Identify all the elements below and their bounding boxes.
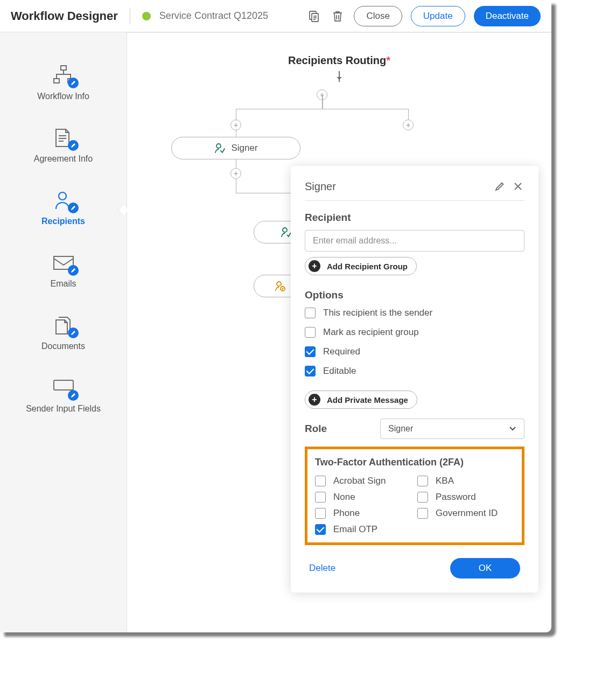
required-checkbox[interactable] <box>305 346 316 357</box>
panel-title: Signer <box>305 180 488 193</box>
sidebar-item-documents[interactable]: Documents <box>0 304 127 366</box>
sidebar-item-label: Emails <box>50 279 76 289</box>
trash-icon[interactable] <box>330 9 345 24</box>
recipient-email-input[interactable] <box>305 230 524 252</box>
add-private-message-button[interactable]: + Add Private Message <box>305 391 417 409</box>
edit-icon[interactable] <box>493 180 506 193</box>
canvas-title: Recipients Routing* <box>149 54 530 67</box>
tfa-phone-checkbox[interactable] <box>315 508 326 519</box>
role-label: Role <box>305 423 369 435</box>
checkbox-label: This recipient is the sender <box>323 308 432 318</box>
sidebar-item-label: Sender Input Fields <box>26 404 101 414</box>
checkbox-label: None <box>333 492 355 503</box>
mark-group-checkbox[interactable] <box>305 327 316 338</box>
checkbox-label: Required <box>323 346 360 357</box>
checkbox-label: Phone <box>333 508 360 519</box>
close-button[interactable]: Close <box>354 6 402 26</box>
emails-icon <box>52 252 75 274</box>
tfa-kba-checkbox[interactable] <box>417 476 428 486</box>
svg-rect-13 <box>54 380 73 390</box>
connector-line <box>236 159 236 168</box>
checkbox-label: Editable <box>323 366 356 377</box>
sidebar-item-agreement-info[interactable]: Agreement Info <box>0 116 127 179</box>
sidebar-item-label: Workflow Info <box>37 92 89 101</box>
checkbox-label: Government ID <box>436 508 498 519</box>
options-heading: Options <box>305 289 524 301</box>
update-button[interactable]: Update <box>411 6 465 26</box>
sender-input-icon <box>52 377 75 399</box>
svg-rect-6 <box>54 79 59 83</box>
role-select[interactable]: Signer <box>380 419 524 439</box>
tfa-password-checkbox[interactable] <box>417 492 428 503</box>
connector-line <box>236 130 236 137</box>
header-bar: Workflow Designer Service Contract Q1202… <box>0 0 551 32</box>
svg-point-16 <box>277 282 281 286</box>
connector-line <box>322 95 323 109</box>
connector-line <box>236 109 408 109</box>
add-node-button[interactable]: + <box>230 168 241 179</box>
status-indicator-icon <box>142 12 151 20</box>
checkbox-label: Email OTP <box>333 524 377 535</box>
plus-icon: + <box>309 394 320 406</box>
svg-point-11 <box>59 192 66 200</box>
signer-node[interactable]: Signer <box>171 137 300 159</box>
checkbox-label: KBA <box>436 476 454 486</box>
checkbox-label: Password <box>436 492 476 503</box>
checkbox-label: Mark as recipient group <box>323 327 419 338</box>
sidebar: Workflow Info Agreement Info Recipients <box>0 32 127 632</box>
tfa-emailotp-checkbox[interactable] <box>315 524 326 535</box>
connector-line <box>408 109 409 120</box>
tfa-acrobat-checkbox[interactable] <box>315 476 326 486</box>
checkbox-label: Acrobat Sign <box>333 476 386 486</box>
add-recipient-group-button[interactable]: + Add Recipient Group <box>305 257 417 275</box>
sidebar-item-sender-input[interactable]: Sender Input Fields <box>0 366 127 429</box>
workflow-name: Service Contract Q12025 <box>159 10 268 22</box>
tfa-section-highlight: Two-Factor Authentication (2FA) Acrobat … <box>305 447 524 545</box>
editable-checkbox[interactable] <box>305 366 316 377</box>
is-sender-checkbox[interactable] <box>305 308 316 318</box>
app-title: Workflow Designer <box>11 9 118 23</box>
svg-point-15 <box>283 228 287 232</box>
recipient-heading: Recipient <box>305 212 524 224</box>
recipient-edit-panel: Signer Recipient + Add Recipient Group O… <box>291 166 538 593</box>
chevron-down-icon <box>509 426 516 431</box>
sidebar-item-emails[interactable]: Emails <box>0 241 127 304</box>
connector-line <box>236 109 236 120</box>
sidebar-item-recipients[interactable]: Recipients <box>0 179 127 241</box>
delete-link[interactable]: Delete <box>309 563 335 574</box>
sidebar-item-workflow-info[interactable]: Workflow Info <box>0 54 127 116</box>
divider <box>130 8 130 24</box>
plus-icon: + <box>309 260 320 272</box>
workflow-info-icon <box>52 65 75 86</box>
documents-icon <box>52 315 75 336</box>
required-star: * <box>386 54 390 66</box>
tfa-heading: Two-Factor Authentication (2FA) <box>315 457 514 468</box>
add-node-button[interactable]: + <box>403 120 414 130</box>
copy-icon[interactable] <box>306 9 321 24</box>
tfa-govid-checkbox[interactable] <box>417 508 428 519</box>
close-icon[interactable] <box>512 180 524 193</box>
sidebar-item-label: Agreement Info <box>34 154 93 164</box>
sidebar-item-label: Recipients <box>41 217 85 226</box>
agreement-info-icon <box>52 127 75 149</box>
svg-point-14 <box>216 144 221 148</box>
connector-line <box>236 179 236 193</box>
sidebar-item-label: Documents <box>41 341 85 351</box>
ok-button[interactable]: OK <box>450 558 520 578</box>
arrow-down-icon <box>339 71 340 82</box>
add-node-button[interactable]: + <box>230 120 241 130</box>
svg-rect-5 <box>61 66 66 70</box>
recipients-icon <box>52 190 75 211</box>
deactivate-button[interactable]: Deactivate <box>474 6 541 26</box>
tfa-none-checkbox[interactable] <box>315 492 326 503</box>
